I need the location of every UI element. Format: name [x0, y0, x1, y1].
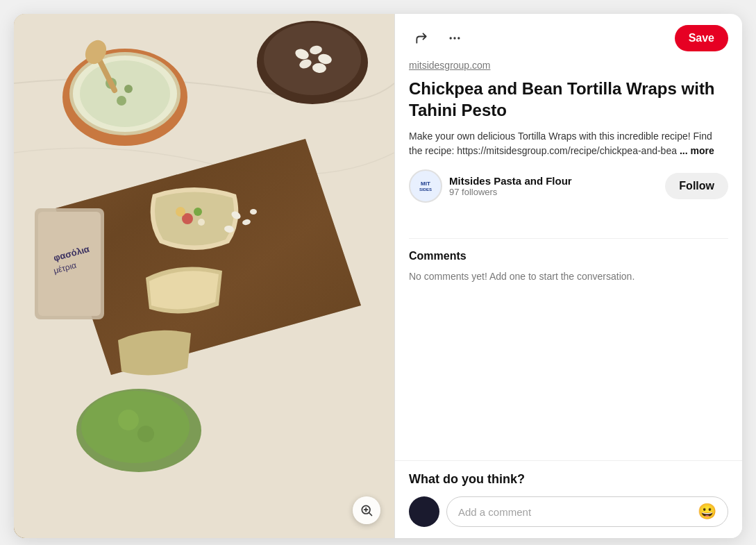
- avatar-logo: MIT SIDES: [419, 181, 432, 192]
- comment-input-wrapper: 😀: [446, 496, 728, 527]
- spacer: [395, 293, 742, 460]
- svg-point-27: [250, 209, 257, 215]
- pin-image: φασόλια μέτρια: [14, 14, 394, 538]
- comments-section: Comments No comments yet! Add one to sta…: [395, 250, 742, 293]
- pin-detail-panel: Save mitsidesgroup.com Chickpea and Bean…: [394, 14, 742, 538]
- top-action-bar: Save: [395, 14, 742, 60]
- lens-search-button[interactable]: [353, 496, 380, 524]
- creator-followers: 97 followers: [449, 187, 658, 197]
- svg-point-23: [198, 219, 205, 226]
- emoji-button[interactable]: 😀: [698, 503, 716, 521]
- share-button[interactable]: [409, 26, 434, 51]
- svg-point-34: [453, 37, 455, 39]
- pin-image-panel: φασόλια μέτρια: [14, 14, 394, 538]
- comment-row: 😀: [409, 496, 728, 527]
- svg-point-31: [137, 426, 154, 442]
- section-divider: [409, 238, 728, 239]
- pin-title: Chickpea and Bean Tortilla Wraps with Ta…: [409, 78, 728, 121]
- lens-search-icon: [360, 503, 373, 517]
- svg-point-30: [118, 410, 139, 430]
- no-comments-message: No comments yet! Add one to start the co…: [409, 271, 728, 282]
- pin-description: Make your own delicious Tortilla Wraps w…: [409, 129, 728, 158]
- creator-name[interactable]: Mitsides Pasta and Flour: [449, 175, 658, 187]
- creator-info: Mitsides Pasta and Flour 97 followers: [449, 175, 658, 197]
- more-options-icon: [448, 31, 462, 45]
- pin-content: mitsidesgroup.com Chickpea and Bean Tort…: [395, 60, 742, 238]
- comment-input-area: What do you think? 😀: [395, 460, 742, 538]
- source-link[interactable]: mitsidesgroup.com: [409, 60, 728, 71]
- svg-point-11: [117, 96, 126, 106]
- more-options-button[interactable]: [442, 26, 467, 51]
- creator-row: MIT SIDES Mitsides Pasta and Flour 97 fo…: [409, 169, 728, 203]
- comment-section-title: What do you think?: [409, 472, 728, 487]
- save-button[interactable]: Save: [675, 25, 728, 51]
- share-icon: [414, 31, 428, 45]
- creator-avatar[interactable]: MIT SIDES: [409, 169, 442, 203]
- user-avatar: [409, 496, 439, 527]
- svg-point-35: [457, 37, 460, 39]
- comments-title: Comments: [409, 250, 728, 262]
- svg-point-33: [450, 37, 452, 39]
- svg-point-8: [80, 60, 170, 127]
- pin-card: φασόλια μέτρια: [14, 14, 742, 538]
- follow-button[interactable]: Follow: [665, 173, 728, 199]
- svg-point-10: [124, 85, 133, 93]
- svg-point-14: [264, 23, 361, 95]
- left-action-group: [409, 26, 467, 51]
- svg-point-21: [194, 208, 202, 216]
- svg-point-22: [176, 207, 185, 217]
- comment-input[interactable]: [458, 506, 692, 518]
- more-link[interactable]: ... more: [680, 145, 714, 156]
